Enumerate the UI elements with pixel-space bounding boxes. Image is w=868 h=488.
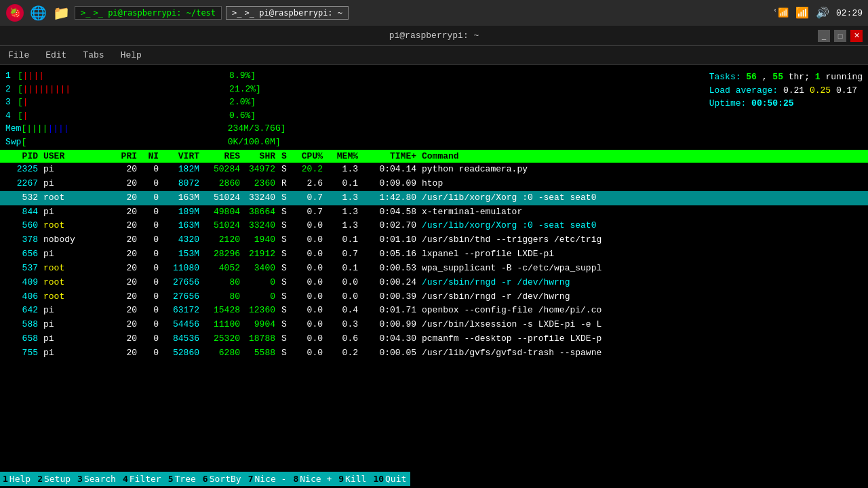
proc-res: 49804	[202, 206, 243, 219]
proc-time: 0:02.70	[361, 220, 422, 232]
terminal-button-2[interactable]: >_ >_ pi@raspberrypi: ~	[226, 6, 349, 20]
proc-user: root	[41, 277, 108, 289]
menu-edit[interactable]: Edit	[43, 49, 69, 62]
proc-time: 0:00.53	[361, 262, 422, 275]
table-row[interactable]: 378 nobody 20 0 4320 2120 1940 S 0.0 0.1…	[0, 233, 868, 247]
proc-cmd: /usr/lib/xorg/Xorg :0 -seat seat0	[422, 192, 863, 205]
proc-time: 0:04.58	[361, 206, 422, 219]
proc-user: pi	[41, 248, 108, 261]
proc-cmd: pcmanfm --desktop --profile LXDE-p	[422, 333, 863, 346]
fn-label-f1[interactable]: Help	[8, 472, 35, 486]
proc-shr: 38664	[243, 206, 278, 219]
proc-virt: 163M	[161, 192, 202, 205]
proc-shr: 12360	[243, 304, 278, 317]
proc-shr: 0	[243, 277, 278, 289]
proc-cpu: 0.0	[290, 262, 326, 275]
table-row[interactable]: 2267 pi 20 0 8072 2860 2360 R 2.6 0.1 0:…	[0, 177, 868, 191]
menu-tabs[interactable]: Tabs	[80, 49, 106, 62]
menu-help[interactable]: Help	[118, 49, 144, 62]
proc-pri: 20	[108, 163, 140, 176]
fn-label-f9[interactable]: Kill	[344, 472, 370, 486]
col-header-ni: NI	[140, 151, 161, 161]
table-row[interactable]: 537 root 20 0 11080 4052 3400 S 0.0 0.1 …	[0, 262, 868, 276]
proc-user: pi	[41, 319, 108, 331]
proc-res: 51024	[202, 192, 243, 205]
proc-cmd: x-terminal-emulator	[422, 206, 863, 219]
proc-rows-container: 2325 pi 20 0 182M 50284 34972 S 20.2 1.3…	[0, 163, 868, 361]
volume-icon: 🔊	[816, 6, 829, 20]
terminal-button-1[interactable]: >_ >_ pi@raspberrypi: ~/test	[75, 6, 222, 20]
raspberry-logo-icon[interactable]: 🍓	[5, 3, 24, 22]
uptime-row: Uptime: 00:50:25	[709, 97, 863, 110]
proc-res: 25320	[202, 333, 243, 346]
table-row[interactable]: 409 root 20 0 27656 80 0 S 0.0 0.0 0:00.…	[0, 276, 868, 290]
tasks-label: Tasks:	[709, 72, 747, 82]
proc-pri: 20	[108, 291, 140, 304]
proc-cmd: openbox --config-file /home/pi/.co	[422, 304, 863, 317]
uptime-val: 00:50:25	[751, 98, 793, 108]
proc-shr: 1940	[243, 234, 278, 247]
fn-key-f3: 3	[75, 472, 83, 486]
load-v2: 0.25	[810, 85, 831, 96]
proc-mem: 0.6	[326, 333, 361, 346]
fn-key-f2: 2	[35, 472, 43, 486]
proc-virt: 54456	[161, 319, 202, 331]
proc-user: nobody	[41, 234, 108, 247]
proc-user: root	[41, 262, 108, 275]
globe-icon[interactable]: 🌐	[28, 3, 47, 22]
table-row[interactable]: 642 pi 20 0 63172 15428 12360 S 0.0 0.4 …	[0, 304, 868, 318]
proc-mem: 0.1	[326, 178, 361, 190]
table-row[interactable]: 560 root 20 0 163M 51024 33240 S 0.0 1.3…	[0, 219, 868, 233]
table-row[interactable]: 658 pi 20 0 84536 25320 18788 S 0.0 0.6 …	[0, 332, 868, 346]
fn-key-f6: 6	[200, 472, 208, 486]
proc-pid: 588	[5, 319, 41, 331]
fn-label-f8[interactable]: Nice +	[298, 472, 336, 486]
proc-res: 50284	[202, 163, 243, 176]
table-row[interactable]: 844 pi 20 0 189M 49804 38664 S 0.7 1.3 0…	[0, 205, 868, 220]
tasks-row: Tasks: 56 , 55 thr; 1 running	[709, 70, 863, 84]
proc-virt: 8072	[161, 178, 202, 190]
proc-shr: 33240	[243, 192, 278, 205]
proc-shr: 5588	[243, 347, 278, 360]
minimize-button[interactable]: _	[818, 30, 830, 42]
proc-pid: 2267	[5, 178, 41, 190]
proc-user: root	[41, 291, 108, 304]
proc-pid: 378	[5, 234, 41, 247]
fn-key-f5: 5	[165, 472, 174, 486]
proc-state: S	[278, 234, 290, 247]
proc-cmd: wpa_supplicant -B -c/etc/wpa_suppl	[422, 262, 863, 275]
cpu-bar-3: |	[23, 96, 28, 109]
fn-label-f10[interactable]: Quit	[384, 472, 410, 486]
proc-ni: 0	[140, 291, 161, 304]
fn-label-f3[interactable]: Search	[83, 472, 120, 486]
proc-pid: 537	[5, 262, 41, 275]
fn-label-f6[interactable]: SortBy	[208, 472, 245, 486]
terminal-prompt-icon: >_	[81, 8, 90, 18]
table-row[interactable]: 588 pi 20 0 54456 11100 9904 S 0.0 0.3 0…	[0, 318, 868, 332]
maximize-button[interactable]: □	[834, 30, 846, 42]
proc-res: 2120	[202, 234, 243, 247]
cpu-bracket-r3: 2.0%]	[229, 96, 256, 109]
fn-key-f1: 1	[0, 472, 8, 486]
table-row[interactable]: 656 pi 20 0 153M 28296 21912 S 0.0 0.7 0…	[0, 247, 868, 262]
proc-time: 0:05.16	[361, 248, 422, 261]
fn-label-f4[interactable]: Filter	[128, 472, 165, 486]
fn-label-f7[interactable]: Nice -	[253, 472, 290, 486]
table-row[interactable]: 2325 pi 20 0 182M 50284 34972 S 20.2 1.3…	[0, 163, 868, 177]
proc-pri: 20	[108, 192, 140, 205]
table-row[interactable]: 532 root 20 0 163M 51024 33240 S 0.7 1.3…	[0, 191, 868, 205]
folder-icon[interactable]: 📁	[52, 3, 71, 22]
menu-file[interactable]: File	[5, 49, 32, 62]
table-row[interactable]: 755 pi 20 0 52860 6280 5588 S 0.0 0.2 0:…	[0, 346, 868, 361]
fn-label-f2[interactable]: Setup	[43, 472, 75, 486]
swp-bar-empty	[26, 136, 227, 149]
table-row[interactable]: 406 root 20 0 27656 80 0 S 0.0 0.0 0:00.…	[0, 290, 868, 304]
close-button[interactable]: ✕	[850, 30, 863, 42]
fn-label-f5[interactable]: Tree	[174, 472, 200, 486]
cpu-bar-empty-4	[28, 109, 229, 123]
proc-cpu: 0.0	[290, 248, 326, 261]
proc-ni: 0	[140, 248, 161, 261]
proc-time: 0:01.10	[361, 234, 422, 247]
proc-pri: 20	[108, 248, 140, 261]
proc-res: 6280	[202, 347, 243, 360]
